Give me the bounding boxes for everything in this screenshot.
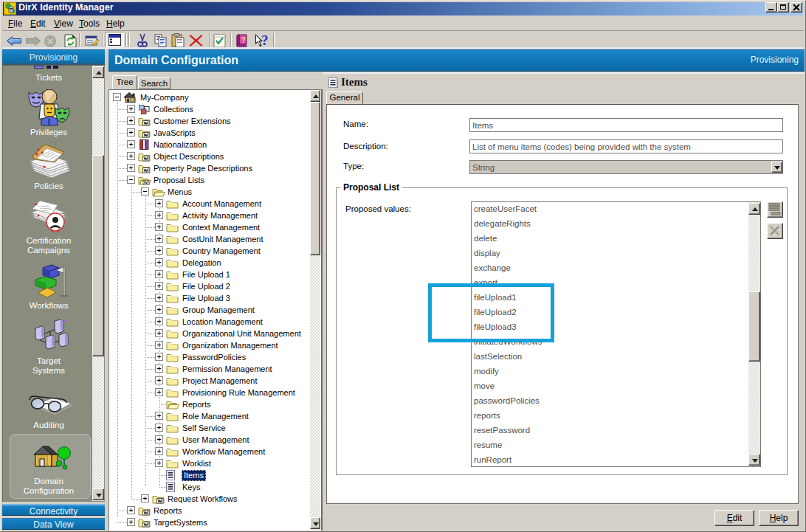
svg-text:?: ? [261,33,269,48]
svg-text:?: ? [241,36,246,44]
